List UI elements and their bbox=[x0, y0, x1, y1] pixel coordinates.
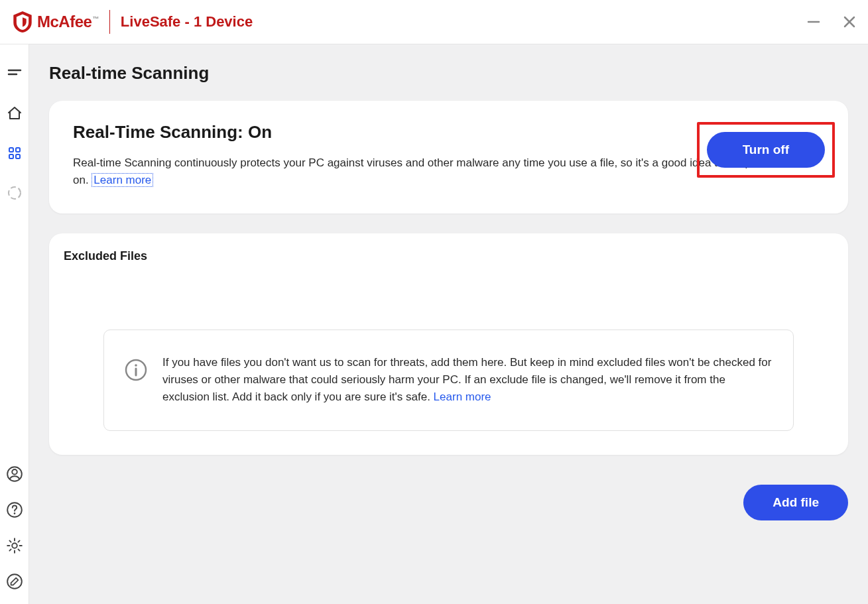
close-button[interactable] bbox=[841, 14, 857, 30]
status-learn-more-link[interactable]: Learn more bbox=[92, 173, 153, 187]
grid-icon bbox=[7, 145, 23, 161]
status-desc-text: Real-time Scanning continuously protects… bbox=[73, 156, 795, 186]
sidebar-grid-button[interactable] bbox=[5, 144, 24, 162]
turn-off-button[interactable]: Turn off bbox=[707, 132, 825, 168]
sidebar-settings-button[interactable] bbox=[5, 536, 24, 555]
product-name: LiveSafe - 1 Device bbox=[121, 13, 253, 30]
svg-point-14 bbox=[12, 543, 17, 548]
svg-point-9 bbox=[9, 187, 21, 199]
minimize-icon bbox=[806, 15, 821, 29]
sidebar-account-button[interactable] bbox=[5, 465, 24, 483]
excluded-info-box: If you have files you don't want us to s… bbox=[103, 330, 794, 431]
minimize-button[interactable] bbox=[806, 14, 822, 30]
home-icon bbox=[7, 105, 23, 121]
info-icon bbox=[124, 358, 148, 382]
sidebar-top bbox=[5, 64, 24, 202]
svg-point-17 bbox=[135, 364, 137, 367]
sidebar-home-button[interactable] bbox=[5, 104, 24, 123]
sidebar-help-button[interactable] bbox=[5, 501, 24, 519]
window-controls bbox=[806, 14, 857, 30]
app-header: McAfee™ LiveSafe - 1 Device bbox=[0, 0, 868, 44]
svg-point-13 bbox=[13, 513, 15, 514]
status-card: Real-Time Scanning: On Real-time Scannin… bbox=[49, 101, 848, 213]
sidebar-spinner-button[interactable] bbox=[5, 184, 24, 202]
help-icon bbox=[6, 501, 23, 518]
sidebar-menu-button[interactable] bbox=[5, 64, 24, 83]
add-file-button[interactable]: Add file bbox=[743, 485, 848, 520]
excluded-files-title: Excluded Files bbox=[64, 249, 834, 263]
sidebar-edit-button[interactable] bbox=[5, 572, 24, 591]
logo-section: McAfee™ bbox=[13, 11, 99, 32]
sidebar bbox=[0, 44, 29, 604]
edit-icon bbox=[6, 573, 23, 590]
svg-point-15 bbox=[7, 574, 22, 589]
turn-off-highlight: Turn off bbox=[697, 122, 835, 178]
header-divider bbox=[109, 10, 110, 34]
svg-rect-7 bbox=[9, 154, 13, 158]
page-title: Real-time Scanning bbox=[49, 63, 848, 84]
svg-rect-8 bbox=[16, 154, 20, 158]
sidebar-bottom bbox=[5, 465, 24, 591]
mcafee-shield-icon bbox=[13, 11, 32, 32]
svg-point-11 bbox=[12, 469, 17, 475]
excluded-learn-more-link[interactable]: Learn more bbox=[434, 391, 491, 403]
spinner-icon bbox=[7, 185, 23, 201]
content-area: Real-time Scanning Real-Time Scanning: O… bbox=[29, 44, 868, 604]
main-layout: Real-time Scanning Real-Time Scanning: O… bbox=[0, 44, 868, 604]
gear-icon bbox=[6, 537, 23, 554]
excluded-files-card: Excluded Files If you have files you don… bbox=[49, 233, 848, 455]
svg-rect-6 bbox=[16, 148, 20, 152]
excluded-info-text: If you have files you don't want us to s… bbox=[162, 354, 773, 406]
account-icon bbox=[6, 465, 23, 483]
brand-name: McAfee™ bbox=[37, 13, 99, 31]
close-icon bbox=[842, 15, 857, 29]
svg-rect-5 bbox=[9, 148, 13, 152]
menu-icon bbox=[7, 66, 23, 82]
